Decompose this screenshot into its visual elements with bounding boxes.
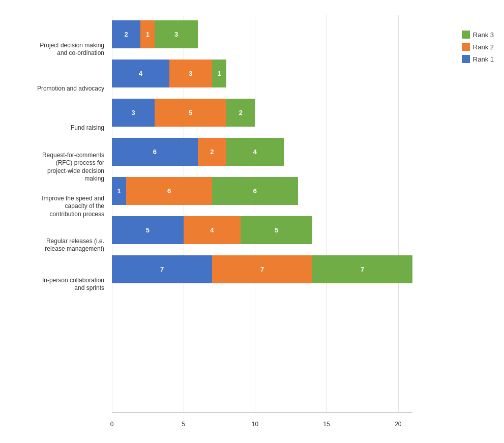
bar-segment-rank1: 4	[112, 60, 169, 87]
legend-label: Rank 1	[473, 55, 494, 63]
bar-group: 545	[112, 216, 412, 244]
x-tick-label: 0	[110, 421, 114, 428]
bar-group: 777	[112, 255, 412, 283]
bar-group: 352	[112, 99, 412, 127]
legend-item: Rank 1	[462, 55, 494, 63]
bar-segment-rank1: 1	[112, 177, 126, 205]
y-axis-label: Improve the speed andcapacity of thecont…	[42, 194, 104, 218]
chart-area: 213431352624166545777	[112, 15, 412, 412]
bar-segment-rank2: 1	[140, 20, 155, 48]
bar-segment-rank3: 1	[212, 60, 226, 87]
bar-segment-rank1: 5	[112, 216, 184, 244]
y-axis-labels: Project decision makingand co-ordination…	[0, 15, 109, 412]
x-axis-line	[112, 412, 412, 412]
y-axis-label: Fund raising	[71, 124, 104, 132]
bar-segment-rank3: 2	[226, 99, 255, 127]
bar-segment-rank1: 6	[112, 138, 198, 166]
legend: Rank 3Rank 2Rank 1	[462, 31, 494, 67]
y-axis-label: Project decision makingand co-ordination	[40, 42, 104, 57]
chart-container: Project decision makingand co-ordination…	[0, 0, 504, 443]
bar-segment-rank3: 3	[155, 20, 197, 48]
bar-group: 166	[112, 177, 412, 205]
legend-label: Rank 3	[473, 31, 494, 39]
bar-segment-rank1: 2	[112, 20, 140, 48]
legend-color-box	[462, 43, 470, 51]
bar-group: 431	[112, 60, 412, 87]
legend-item: Rank 2	[462, 43, 494, 51]
y-axis-label: In-person collaborationand sprints	[42, 277, 104, 292]
legend-item: Rank 3	[462, 31, 494, 39]
bar-segment-rank1: 3	[112, 99, 155, 127]
bar-segment-rank2: 4	[184, 216, 241, 244]
legend-color-box	[462, 55, 470, 63]
bar-segment-rank3: 4	[226, 138, 284, 166]
y-axis-label: Regular releases (i.e.release management…	[45, 238, 104, 253]
bar-segment-rank3: 6	[212, 177, 298, 205]
y-axis-label: Request-for-comments(RFC) process forpro…	[42, 151, 104, 183]
bar-segment-rank1: 7	[112, 255, 212, 283]
legend-label: Rank 2	[473, 43, 494, 51]
bar-segment-rank2: 6	[126, 177, 212, 205]
bar-segment-rank2: 7	[212, 255, 312, 283]
bars-area: 213431352624166545777	[112, 15, 412, 412]
bar-segment-rank2: 5	[155, 99, 226, 127]
bar-segment-rank2: 3	[169, 60, 212, 87]
y-axis-label: Promotion and advocacy	[37, 85, 104, 93]
legend-color-box	[462, 31, 470, 39]
x-tick-label: 10	[252, 421, 258, 428]
bar-group: 624	[112, 138, 412, 166]
bar-segment-rank3: 5	[241, 216, 312, 244]
x-tick-label: 5	[182, 421, 185, 428]
bar-segment-rank2: 2	[198, 138, 226, 166]
x-tick-label: 20	[395, 421, 401, 428]
x-tick-label: 15	[323, 421, 330, 428]
bar-group: 213	[112, 20, 412, 48]
bar-segment-rank3: 7	[312, 255, 412, 283]
